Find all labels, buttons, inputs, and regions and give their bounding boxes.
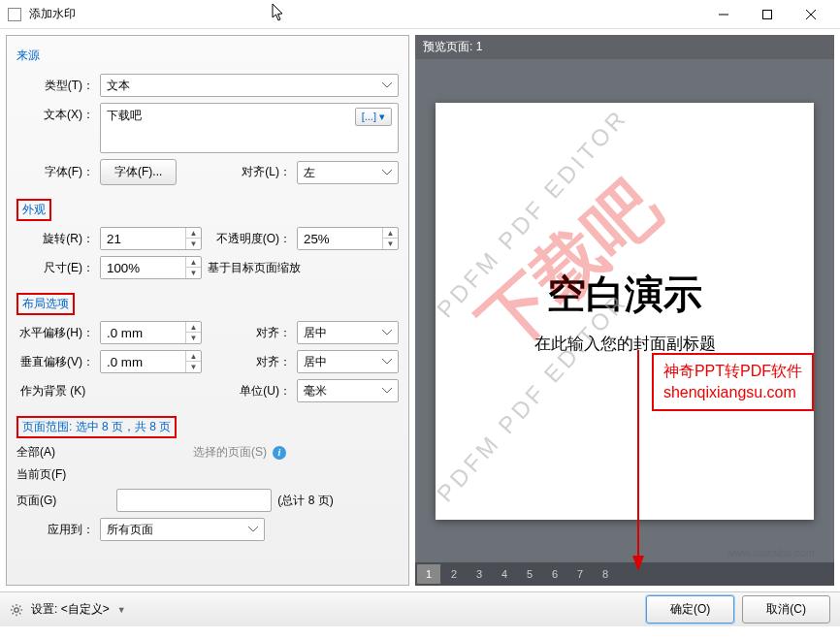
valign-label: 对齐： xyxy=(233,354,291,370)
spinner-up[interactable]: ▲ xyxy=(186,322,201,333)
apply-label: 应用到： xyxy=(16,522,94,538)
text-value: 下载吧 xyxy=(107,108,142,124)
page-nav-5[interactable]: 5 xyxy=(518,564,541,584)
size-input[interactable] xyxy=(101,257,185,278)
range-current[interactable]: 当前页(F) xyxy=(16,466,66,483)
page-nav-8[interactable]: 8 xyxy=(594,564,617,584)
preview-header: 预览页面: 1 xyxy=(415,35,834,59)
cancel-button[interactable]: 取消(C) xyxy=(742,595,830,623)
spinner-down[interactable]: ▼ xyxy=(186,333,201,343)
size-note: 基于目标页面缩放 xyxy=(208,260,301,276)
svg-line-12 xyxy=(19,613,20,614)
ad-box: 神奇PPT转PDF软件 shenqixiangsu.com xyxy=(652,353,814,412)
unit-select[interactable]: 毫米 xyxy=(297,379,399,402)
titlebar: 添加水印 xyxy=(0,0,840,29)
macro-button[interactable]: [...] ▾ xyxy=(355,108,392,126)
page-nav-6[interactable]: 6 xyxy=(543,564,566,584)
spinner-down[interactable]: ▼ xyxy=(186,362,201,372)
opacity-spinner[interactable]: ▲▼ xyxy=(297,227,399,250)
rotate-label: 旋转(R)： xyxy=(16,231,94,247)
halign-select[interactable]: 居中 xyxy=(297,321,399,344)
text-label: 文本(X)： xyxy=(16,103,94,123)
size-label: 尺寸(E)： xyxy=(16,260,94,276)
voffset-spinner[interactable]: ▲▼ xyxy=(100,350,202,373)
opacity-label: 不透明度(O)： xyxy=(216,231,291,247)
footer: 设置: <自定义> ▼ 确定(O) 取消(C) xyxy=(0,591,840,626)
page-nav-1[interactable]: 1 xyxy=(417,564,440,584)
spinner-down[interactable]: ▼ xyxy=(186,268,201,278)
size-spinner[interactable]: ▲▼ xyxy=(100,256,202,279)
gear-icon[interactable] xyxy=(10,603,23,617)
hoffset-input[interactable] xyxy=(101,322,185,343)
type-label: 类型(T)： xyxy=(16,78,94,94)
hoffset-label: 水平偏移(H)： xyxy=(16,325,94,341)
apply-select[interactable]: 所有页面 xyxy=(100,518,265,541)
faint-watermark: www.xiazaiba.com xyxy=(727,547,815,559)
preview-body: PDFM PDF EDITOR PDFM PDF EDITOR 下载吧 空白演示… xyxy=(415,59,834,562)
svg-line-11 xyxy=(13,605,14,606)
section-range: 页面范围: 选中 8 页，共 8 页 xyxy=(16,416,177,438)
rotate-input[interactable] xyxy=(101,228,185,249)
voffset-label: 垂直偏移(V)： xyxy=(16,354,94,370)
settings-label[interactable]: 设置: <自定义> xyxy=(31,601,110,618)
spinner-up[interactable]: ▲ xyxy=(186,257,201,268)
page-nav-7[interactable]: 7 xyxy=(568,564,592,584)
spinner-down[interactable]: ▼ xyxy=(186,239,201,249)
settings-panel: 来源 类型(T)： 文本 文本(X)： 下载吧 [...] ▾ 字体(F)： 字… xyxy=(6,35,409,586)
spinner-down[interactable]: ▼ xyxy=(383,239,398,249)
bg-label[interactable]: 作为背景 (K) xyxy=(20,383,85,399)
text-input[interactable]: 下载吧 [...] ▾ xyxy=(100,103,399,153)
range-selected[interactable]: 选择的页面(S) xyxy=(193,444,267,461)
range-all[interactable]: 全部(A) xyxy=(16,444,55,461)
page-nav: 1 2 3 4 5 6 7 8 xyxy=(415,562,834,586)
app-icon xyxy=(8,8,21,21)
section-layout: 布局选项 xyxy=(16,293,75,315)
total-pages: (总计 8 页) xyxy=(277,493,333,509)
preview-panel: 预览页面: 1 PDFM PDF EDITOR PDFM PDF EDITOR … xyxy=(415,35,834,586)
section-source: 来源 xyxy=(16,44,399,68)
valign-select[interactable]: 居中 xyxy=(297,350,399,373)
section-appearance: 外观 xyxy=(16,199,51,221)
opacity-input[interactable] xyxy=(298,228,382,249)
minimize-button[interactable] xyxy=(701,0,745,28)
voffset-input[interactable] xyxy=(101,351,185,372)
halign-label: 对齐： xyxy=(233,325,291,341)
hoffset-spinner[interactable]: ▲▼ xyxy=(100,321,202,344)
ad-line2: shenqixiangsu.com xyxy=(663,382,802,403)
spinner-up[interactable]: ▲ xyxy=(186,228,201,239)
ad-line1: 神奇PPT转PDF软件 xyxy=(663,361,802,382)
svg-line-14 xyxy=(19,605,20,606)
range-pages[interactable]: 页面(G) xyxy=(16,493,56,509)
unit-label: 单位(U)： xyxy=(233,383,291,399)
rotate-spinner[interactable]: ▲▼ xyxy=(100,227,202,250)
page-nav-4[interactable]: 4 xyxy=(493,564,516,584)
page-nav-2[interactable]: 2 xyxy=(442,564,466,584)
info-icon[interactable]: i xyxy=(273,446,286,460)
type-select[interactable]: 文本 xyxy=(100,74,399,97)
window-title: 添加水印 xyxy=(29,6,701,22)
ok-button[interactable]: 确定(O) xyxy=(646,595,734,623)
page-nav-3[interactable]: 3 xyxy=(468,564,491,584)
font-label: 字体(F)： xyxy=(16,164,94,180)
svg-line-13 xyxy=(13,613,14,614)
text-align-select[interactable]: 左 xyxy=(297,161,399,184)
svg-point-6 xyxy=(15,607,18,611)
close-button[interactable] xyxy=(789,0,832,28)
spinner-up[interactable]: ▲ xyxy=(383,228,398,239)
spinner-up[interactable]: ▲ xyxy=(186,351,201,362)
font-button[interactable]: 字体(F)... xyxy=(100,159,177,185)
svg-rect-1 xyxy=(762,10,771,18)
maximize-button[interactable] xyxy=(745,0,789,28)
preview-page: PDFM PDF EDITOR PDFM PDF EDITOR 下载吧 空白演示… xyxy=(436,103,814,520)
align-label: 对齐(L)： xyxy=(233,164,291,180)
pages-input[interactable] xyxy=(116,489,272,512)
